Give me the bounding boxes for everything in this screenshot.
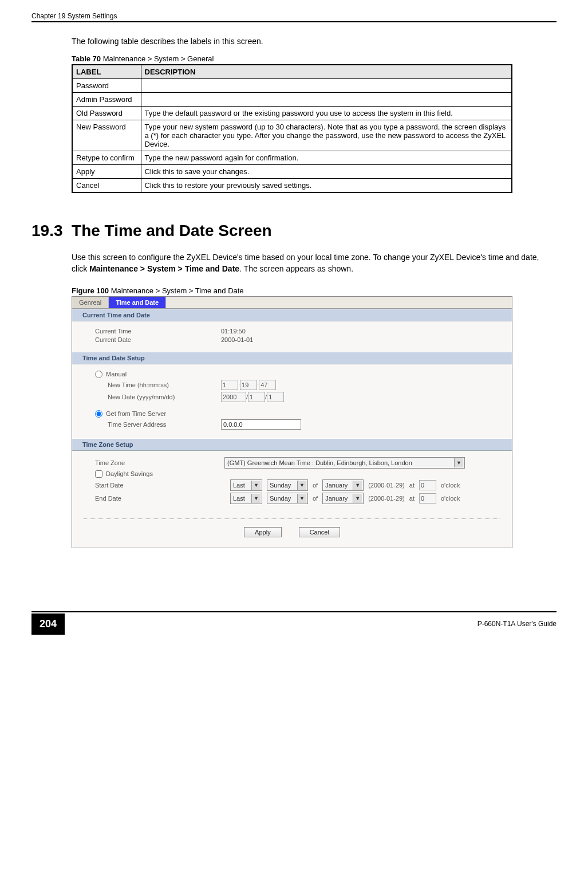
table-row: Apply Click this to save your changes. <box>72 165 512 179</box>
select-value: Last <box>233 482 245 489</box>
table-header-description: DESCRIPTION <box>141 65 512 79</box>
current-date-label: Current Date <box>95 336 221 343</box>
chevron-down-icon: ▼ <box>251 481 261 490</box>
table-caption-text: Maintenance > System > General <box>101 54 214 63</box>
hour-input[interactable] <box>221 380 238 390</box>
timezone-select[interactable]: (GMT) Greenwich Mean Time : Dublin, Edin… <box>224 457 465 469</box>
chevron-down-icon: ▼ <box>251 494 261 503</box>
tab-general[interactable]: Genreal <box>72 297 109 308</box>
desc-cell: Click this to restore your previously sa… <box>141 179 512 193</box>
panel-heading-current: Current Time and Date <box>72 309 512 321</box>
guide-name: P-660N-T1A User's Guide <box>477 620 557 628</box>
label-cell: Password <box>72 79 141 93</box>
server-address-input[interactable] <box>221 419 301 430</box>
desc-cell: Click this to save your changes. <box>141 165 512 179</box>
second-input[interactable] <box>259 380 276 390</box>
table-caption-number: Table 70 <box>72 54 101 63</box>
oclock-text: o'clock <box>441 495 460 502</box>
new-time-label: New Time (hh:mm:ss) <box>108 382 221 388</box>
para-text: . The screen appears as shown. <box>239 264 353 273</box>
server-address-label: Time Server Address <box>108 421 221 428</box>
timezone-value: (GMT) Greenwich Mean Time : Dublin, Edin… <box>227 459 412 466</box>
label-cell: Apply <box>72 165 141 179</box>
description-table: LABEL DESCRIPTION Password Admin Passwor… <box>72 64 512 193</box>
timezone-label: Time Zone <box>95 459 221 466</box>
new-date-label: New Date (yyyy/mm/dd) <box>108 394 221 400</box>
page-number: 204 <box>31 614 65 635</box>
current-time-value: 01:19:50 <box>221 328 246 335</box>
chevron-down-icon: ▼ <box>353 494 362 503</box>
end-date-label: End Date <box>95 495 164 502</box>
timeserver-label: Get from Time Server <box>106 410 166 417</box>
table-row: Old Password Type the default password o… <box>72 107 512 120</box>
label-cell: Old Password <box>72 107 141 120</box>
desc-cell <box>141 93 512 107</box>
desc-cell: Type the new password again for confirma… <box>141 151 512 165</box>
intro-paragraph: The following table describes the labels… <box>72 37 557 46</box>
section-heading: 19.3 The Time and Date Screen <box>31 222 557 240</box>
oclock-text: o'clock <box>441 482 460 489</box>
select-value: Sunday <box>270 495 291 502</box>
chevron-down-icon: ▼ <box>297 494 306 503</box>
month-input[interactable] <box>248 392 265 402</box>
table-row: New Password Type your new system passwo… <box>72 120 512 151</box>
desc-cell: Type your new system password (up to 30 … <box>141 120 512 151</box>
section-paragraph: Use this screen to configure the ZyXEL D… <box>72 251 557 275</box>
panel-heading-setup: Time and Date Setup <box>72 352 512 364</box>
chevron-down-icon: ▼ <box>454 458 463 467</box>
day-input[interactable] <box>267 392 284 402</box>
panel-heading-timezone: Time Zone Setup <box>72 438 512 451</box>
chapter-header: Chapter 19 System Settings <box>31 12 117 20</box>
chevron-down-icon: ▼ <box>297 481 306 490</box>
daylight-savings-checkbox[interactable] <box>95 470 102 478</box>
current-time-label: Current Time <box>95 328 221 335</box>
at-text: at <box>409 495 415 502</box>
select-value: January <box>325 495 348 502</box>
table-row: Cancel Click this to restore your previo… <box>72 179 512 193</box>
end-month-select[interactable]: January▼ <box>322 493 364 504</box>
of-text: of <box>313 482 318 489</box>
label-cell: New Password <box>72 120 141 151</box>
end-date-paren: (2000-01-29) <box>368 495 405 502</box>
daylight-savings-label: Daylight Savings <box>106 470 153 477</box>
figure-caption-text: Maintenance > System > Time and Date <box>109 286 244 295</box>
start-date-paren: (2000-01-29) <box>368 482 405 489</box>
current-date-value: 2000-01-01 <box>221 336 253 343</box>
start-hour-input[interactable] <box>419 480 436 490</box>
table-row: Password <box>72 79 512 93</box>
label-cell: Retype to confirm <box>72 151 141 165</box>
minute-input[interactable] <box>240 380 257 390</box>
select-value: Last <box>233 495 245 502</box>
apply-button[interactable]: Apply <box>244 527 282 537</box>
at-text: at <box>409 482 415 489</box>
start-week-select[interactable]: Last▼ <box>230 479 262 491</box>
start-date-label: Start Date <box>95 482 164 489</box>
start-month-select[interactable]: January▼ <box>322 479 364 491</box>
label-cell: Cancel <box>72 179 141 193</box>
label-cell: Admin Password <box>72 93 141 107</box>
end-day-select[interactable]: Sunday▼ <box>267 493 308 504</box>
table-row: Retype to confirm Type the new password … <box>72 151 512 165</box>
select-value: Sunday <box>270 482 291 489</box>
figure-caption-number: Figure 100 <box>72 286 109 295</box>
para-bold: Maintenance > System > Time and Date <box>89 264 239 273</box>
table-row: Admin Password <box>72 93 512 107</box>
desc-cell: Type the default password or the existin… <box>141 107 512 120</box>
section-number: 19.3 <box>31 222 63 239</box>
end-hour-input[interactable] <box>419 493 436 504</box>
desc-cell <box>141 79 512 93</box>
section-title-text: The Time and Date Screen <box>72 222 272 239</box>
tab-time-and-date[interactable]: Time and Date <box>109 297 166 308</box>
screenshot-figure: Genreal Time and Date Current Time and D… <box>72 296 512 548</box>
cancel-button[interactable]: Cancel <box>299 527 340 537</box>
manual-radio[interactable] <box>95 371 102 378</box>
of-text: of <box>313 495 318 502</box>
end-week-select[interactable]: Last▼ <box>230 493 262 504</box>
year-input[interactable] <box>221 392 246 402</box>
start-day-select[interactable]: Sunday▼ <box>267 479 308 491</box>
table-header-label: LABEL <box>72 65 141 79</box>
select-value: January <box>325 482 348 489</box>
timeserver-radio[interactable] <box>95 410 102 418</box>
chevron-down-icon: ▼ <box>353 481 362 490</box>
manual-label: Manual <box>106 371 127 377</box>
